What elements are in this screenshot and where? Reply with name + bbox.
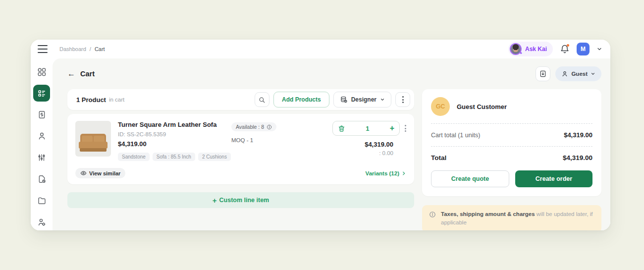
product-name[interactable]: Turner Square Arm Leather Sofa	[118, 121, 224, 129]
product-line-item: Turner Square Arm Leather Sofa ID: SS-2C…	[67, 114, 414, 184]
export-document-button[interactable]	[536, 66, 550, 81]
line-total: $4,319.00	[365, 141, 393, 148]
hamburger-menu-icon[interactable]	[38, 45, 48, 53]
sidebar-item-dashboard[interactable]	[33, 63, 50, 80]
user-avatar[interactable]: M	[577, 43, 590, 55]
increase-quantity-icon[interactable]: +	[390, 124, 394, 132]
customer-avatar: GC	[431, 97, 450, 116]
order-summary-card: GC Guest Customer Cart total (1 units) $…	[422, 89, 601, 196]
sidebar-item-documents[interactable]	[33, 171, 50, 187]
notification-dot	[567, 44, 569, 47]
line-item-more-options[interactable]	[405, 125, 406, 132]
product-image[interactable]	[75, 121, 111, 157]
kai-avatar: ✦	[510, 43, 522, 55]
ask-kai-label: Ask Kai	[525, 46, 547, 53]
product-unit-price: $4,319.00	[118, 140, 224, 148]
divider	[431, 123, 592, 124]
sidebar-item-customers[interactable]	[33, 128, 50, 144]
tax-note-text: Taxes, shipping amount & charges will be…	[441, 210, 594, 227]
sidebar-item-cart-orders[interactable]	[33, 85, 50, 101]
chevron-down-icon	[590, 71, 595, 76]
sidebar-item-invoices[interactable]	[33, 107, 50, 123]
cart-total-label: Cart total (1 units)	[431, 132, 480, 139]
moq-label: MOQ - 1	[231, 137, 306, 143]
product-tags: Sandstone Sofa : 85.5 Inch 2 Cushions	[118, 153, 224, 161]
tax-info-banner: Taxes, shipping amount & charges will be…	[422, 205, 601, 230]
info-icon	[429, 211, 436, 218]
product-count: 1 Product	[76, 96, 106, 104]
custom-line-item-button[interactable]: + Custom line item	[67, 192, 414, 208]
product-id: ID: SS-2C-85.5359	[118, 131, 224, 137]
file-download-icon	[539, 70, 547, 78]
product-tag: Sandstone	[118, 153, 150, 161]
info-icon[interactable]	[267, 124, 272, 130]
customer-selector-dropdown[interactable]: Guest	[555, 66, 601, 81]
customer-name: Guest Customer	[457, 103, 507, 110]
product-tag: 2 Cushions	[198, 153, 231, 161]
product-count-suffix: in cart	[109, 97, 124, 103]
kebab-icon	[402, 96, 404, 103]
create-order-button[interactable]: Create order	[515, 170, 592, 187]
breadcrumb: Dashboard / Cart	[59, 46, 105, 52]
divider	[431, 146, 592, 147]
search-icon	[258, 96, 266, 104]
variants-link[interactable]: Variants (12)	[366, 170, 406, 176]
designer-dropdown[interactable]: Designer	[333, 92, 391, 108]
breadcrumb-cart: Cart	[95, 46, 105, 52]
plus-icon: +	[213, 196, 217, 205]
main-content: ← Cart Guest 1 Product	[53, 58, 610, 230]
ask-kai-button[interactable]: ✦ Ask Kai	[508, 42, 553, 56]
page-title: Cart	[80, 70, 95, 78]
chevron-right-icon	[401, 171, 406, 176]
top-bar: Dashboard / Cart ✦ Ask Kai M	[31, 40, 610, 58]
account-chevron-down-icon[interactable]	[596, 46, 602, 52]
sidebar-item-filters-settings[interactable]	[33, 150, 50, 166]
breadcrumb-dashboard[interactable]: Dashboard	[59, 46, 86, 52]
total-value: $4,319.00	[563, 154, 592, 162]
back-arrow-icon[interactable]: ←	[67, 69, 75, 78]
create-quote-button[interactable]: Create quote	[431, 170, 509, 187]
product-tag: Sofa : 85.5 Inch	[153, 153, 195, 161]
availability-badge: Available : 8	[231, 122, 276, 131]
chevron-down-icon	[380, 97, 385, 102]
sidebar-item-team[interactable]	[33, 214, 50, 230]
search-button[interactable]	[255, 92, 269, 107]
designer-label: Designer	[351, 96, 376, 103]
breadcrumb-separator: /	[90, 46, 91, 52]
customer-selector-label: Guest	[571, 71, 588, 77]
cart-total-value: $4,319.00	[564, 131, 592, 139]
eye-icon	[80, 170, 87, 176]
app-window: Dashboard / Cart ✦ Ask Kai M	[31, 40, 610, 230]
cart-more-options-button[interactable]	[395, 92, 410, 107]
quantity-stepper[interactable]: 1 +	[332, 121, 400, 136]
view-similar-button[interactable]: View similar	[75, 168, 125, 178]
trash-icon[interactable]	[338, 125, 345, 132]
person-icon	[561, 70, 568, 77]
custom-line-item-label: Custom line item	[219, 197, 269, 204]
line-sub-amount: : 0.00	[379, 150, 393, 156]
add-products-button[interactable]: Add Products	[273, 92, 329, 108]
total-label: Total	[431, 154, 446, 162]
notification-bell-icon[interactable]	[560, 44, 570, 54]
price-list-icon	[340, 96, 348, 104]
sidebar-nav	[31, 58, 53, 230]
cart-header-card: 1 Product in cart Add Products Designer	[67, 89, 414, 110]
sidebar-item-files[interactable]	[33, 192, 50, 209]
quantity-value[interactable]: 1	[366, 125, 369, 132]
sparkle-icon: ✦	[519, 51, 523, 55]
